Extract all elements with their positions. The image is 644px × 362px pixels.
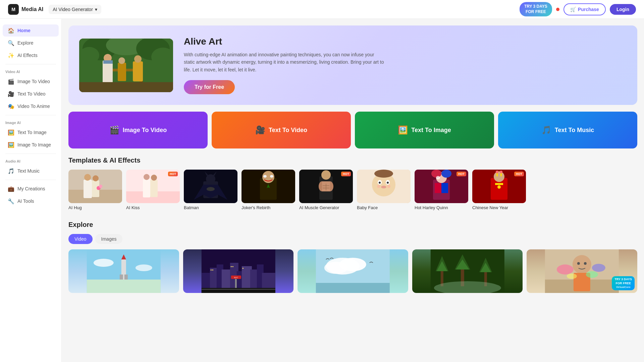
svg-rect-68: [435, 183, 441, 193]
svg-rect-69: [441, 183, 448, 193]
template-label-ai-muscle: AI Muscle Generator: [299, 205, 353, 210]
hot-badge-ai-kiss: HOT: [168, 172, 178, 176]
template-thumb-chinese-new-year: HOT: [472, 170, 526, 203]
template-label-jokers-rebirth: Joker's Rebirth: [241, 205, 295, 210]
try-banner-line2: FOR FREE: [524, 9, 547, 15]
hot-badge-harley: HOT: [457, 172, 466, 176]
tab-images[interactable]: Images: [95, 234, 123, 244]
svg-rect-9: [103, 60, 113, 84]
main-layout: 🏠 Home 🔍 Explore ✨ AI Effects Video AI 🎬…: [0, 0, 644, 362]
template-baby-face[interactable]: Baby Face: [357, 170, 411, 210]
svg-point-61: [387, 185, 390, 188]
sidebar-item-my-creations[interactable]: 💼 My Creations: [3, 183, 59, 195]
template-ai-muscle[interactable]: HOT: [299, 170, 353, 210]
svg-rect-105: [201, 288, 275, 293]
feature-cards: 🎬 Image To Video 🎥 Text To Video 🖼️ Text…: [68, 112, 637, 148]
try-banner-line1: TRY 3 DAYS: [524, 4, 547, 9]
feature-card-image-to-video[interactable]: 🎬 Image To Video: [68, 112, 208, 148]
corner-banner-brand: VirtualCore: [614, 286, 632, 289]
template-label-chinese-new-year: Chinese New Year: [472, 205, 526, 210]
svg-point-130: [557, 264, 574, 275]
svg-point-87: [94, 259, 114, 267]
text-to-video-card-icon: 🎥: [255, 125, 265, 135]
template-chinese-new-year[interactable]: HOT: [472, 170, 526, 210]
explore-item-5[interactable]: TRY 3 DAYS FOR FREE VirtualCore: [527, 249, 637, 293]
svg-point-37: [207, 187, 215, 191]
template-hot-harley-quinn[interactable]: HOT: [415, 170, 468, 210]
explore-item-4[interactable]: [412, 249, 523, 293]
svg-rect-102: [230, 266, 231, 267]
explore-item-2[interactable]: NYC: [183, 249, 294, 293]
logo-text: Media AI: [21, 6, 43, 12]
sidebar-item-image-to-video[interactable]: 🎬 Image To Video: [3, 75, 59, 87]
nav-dropdown[interactable]: AI Video Generator ▾: [49, 5, 101, 14]
sidebar-item-text-to-video[interactable]: 🎥 Text To Video: [3, 88, 59, 100]
image-to-video-card-icon: 🎬: [109, 125, 119, 135]
purchase-button[interactable]: 🛒 Purchase: [564, 3, 606, 15]
template-batman[interactable]: Batman: [184, 170, 237, 210]
sidebar-section-audio-ai: Audio AI: [0, 157, 61, 165]
sidebar-label-text-to-music: Text Music: [17, 168, 40, 174]
login-button[interactable]: Login: [610, 4, 636, 15]
corner-banner-virtualcore: TRY 3 DAYS FOR FREE VirtualCore: [612, 276, 635, 290]
sidebar-item-explore[interactable]: 🔍 Explore: [3, 37, 59, 49]
explore-grid: NYC: [68, 249, 637, 293]
sidebar-item-ai-tools[interactable]: 🔧 AI Tools: [3, 195, 59, 207]
template-ai-hug[interactable]: AI Hug: [68, 170, 122, 210]
text-to-music-card-label: Text To Music: [555, 127, 594, 134]
sidebar-label-home: Home: [17, 28, 31, 33]
template-label-hot-harley-quinn: Hot Harley Quinn: [415, 205, 468, 210]
explore-item-3[interactable]: [298, 249, 408, 293]
svg-point-80: [500, 171, 502, 173]
explore-thumb-1: [68, 249, 179, 293]
explore-thumb-2: NYC: [183, 249, 294, 293]
svg-rect-14: [133, 61, 143, 81]
svg-point-30: [151, 175, 157, 181]
svg-rect-103: [232, 266, 233, 267]
svg-rect-85: [120, 275, 123, 280]
template-label-baby-face: Baby Face: [357, 205, 411, 210]
image-to-video-icon: 🎬: [8, 78, 14, 84]
explore-item-1[interactable]: [68, 249, 179, 293]
sidebar-item-video-to-anime[interactable]: 🎭 Video To Anime: [3, 100, 59, 112]
sidebar-divider-4: [5, 180, 56, 180]
svg-point-46: [321, 170, 331, 180]
sidebar-item-text-to-image[interactable]: 🖼️ Text To Image: [3, 126, 59, 138]
hero-title: Alive Art: [184, 36, 627, 47]
sidebar-label-my-creations: My Creations: [17, 186, 45, 191]
template-thumb-hot-harley-quinn: HOT: [415, 170, 468, 203]
sidebar-label-image-to-image: Image To Image: [17, 142, 51, 147]
feature-card-text-to-video[interactable]: 🎥 Text To Video: [212, 112, 351, 148]
purchase-label: Purchase: [578, 7, 599, 12]
sidebar-divider-3: [5, 154, 56, 154]
template-ai-kiss[interactable]: HOT AI Kiss: [126, 170, 180, 210]
svg-point-13: [118, 57, 125, 64]
sidebar-item-home[interactable]: 🏠 Home: [3, 24, 59, 37]
svg-point-73: [494, 171, 504, 182]
feature-card-text-to-music[interactable]: 🎵 Text To Music: [498, 112, 637, 148]
text-to-image-card-label: Text To Image: [411, 127, 451, 134]
my-creations-icon: 💼: [8, 186, 14, 192]
hero-cta-button[interactable]: Try for Free: [184, 80, 235, 94]
logo[interactable]: M Media AI: [8, 4, 43, 15]
template-jokers-rebirth[interactable]: Joker's Rebirth: [241, 170, 295, 210]
batman-svg: [184, 170, 237, 203]
template-thumb-ai-hug: [68, 170, 122, 203]
ai-hug-svg: [68, 170, 122, 203]
sidebar-item-ai-effects[interactable]: ✨ AI Effects: [3, 49, 59, 61]
chevron-down-icon: ▾: [95, 7, 97, 12]
svg-point-128: [573, 255, 591, 274]
joker-svg: [241, 170, 295, 203]
tab-video[interactable]: Video: [68, 234, 93, 244]
try-free-banner[interactable]: TRY 3 DAYS FOR FREE: [520, 2, 552, 16]
svg-rect-100: [210, 269, 211, 270]
svg-point-131: [592, 264, 605, 272]
sidebar-item-text-to-music[interactable]: 🎵 Text Music: [3, 165, 59, 177]
feature-card-text-to-image[interactable]: 🖼️ Text To Image: [355, 112, 494, 148]
sidebar-label-video-to-anime: Video To Anime: [17, 104, 50, 109]
sidebar-section-video-ai: Video AI: [0, 67, 61, 75]
templates-grid: AI Hug HOT AI: [68, 170, 637, 213]
sidebar-divider-1: [5, 64, 56, 64]
sidebar-item-image-to-image[interactable]: 🖼️ Image To Image: [3, 139, 59, 151]
logo-icon: M: [8, 4, 19, 15]
